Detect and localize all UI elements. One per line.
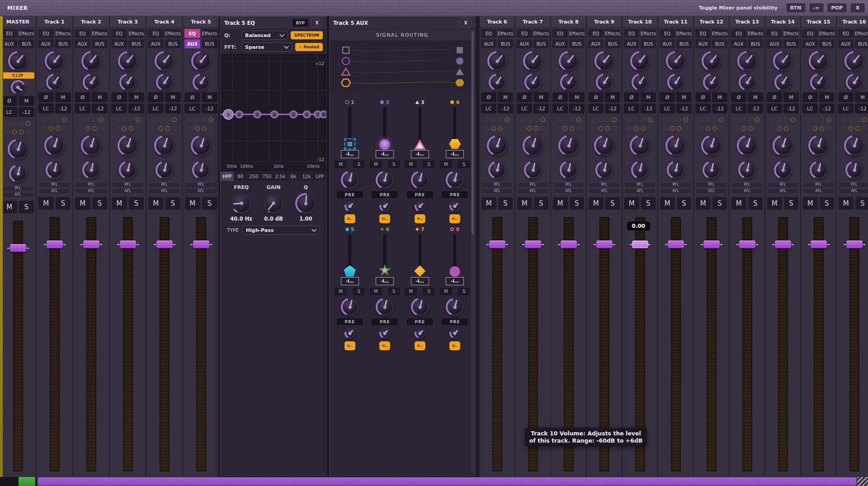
hold-button[interactable]: H…	[415, 341, 425, 350]
aux-slider-handle-pentagon[interactable]	[344, 265, 356, 277]
pad-12db-button[interactable]: -12	[605, 104, 620, 113]
width-knob[interactable]	[845, 161, 863, 179]
trim-knob[interactable]	[703, 74, 720, 91]
aux-button[interactable]: AUX	[75, 39, 90, 48]
send-led[interactable]	[85, 126, 90, 131]
solo-button[interactable]: S	[19, 201, 34, 213]
send-led[interactable]	[663, 126, 668, 131]
send-led[interactable]	[172, 126, 177, 131]
aux-button[interactable]: AUX	[148, 39, 164, 48]
send-led[interactable]	[741, 118, 746, 122]
fader-handle[interactable]	[47, 241, 63, 248]
pan-knob[interactable]	[487, 135, 508, 156]
aux-scrollbar[interactable]	[471, 30, 474, 473]
eq-button[interactable]: EQ	[111, 29, 127, 38]
trim-knob[interactable]	[524, 74, 542, 91]
width-knob[interactable]	[9, 165, 27, 183]
bus-button[interactable]: BUS	[712, 39, 727, 48]
send-led[interactable]	[541, 126, 545, 131]
afl-button[interactable]: AFL	[839, 189, 868, 194]
input-gain-knob[interactable]	[155, 51, 175, 71]
send-led[interactable]	[165, 126, 170, 131]
pfl-button[interactable]: PFL	[767, 182, 798, 188]
band-tab-hpf[interactable]: HPF	[221, 172, 234, 181]
aux-button[interactable]: AUX	[695, 39, 711, 48]
effects-button[interactable]: Effects	[605, 29, 620, 38]
pan-knob[interactable]	[44, 135, 65, 156]
send-led[interactable]	[755, 126, 760, 131]
send-led[interactable]	[62, 118, 67, 122]
hold-button[interactable]: H…	[344, 214, 355, 223]
send-led[interactable]	[26, 130, 30, 134]
fader-handle[interactable]	[10, 244, 26, 252]
solo-button[interactable]: S	[202, 197, 217, 210]
aux-level-knob[interactable]	[376, 171, 394, 189]
send-led[interactable]	[862, 126, 867, 131]
send-led[interactable]	[641, 118, 646, 122]
phase-button[interactable]: Ø	[148, 92, 164, 102]
mute-button[interactable]: M	[660, 197, 675, 210]
horizontal-scrollbar-thumb[interactable]	[38, 477, 856, 486]
trim-knob[interactable]	[739, 74, 756, 91]
fader-handle[interactable]	[811, 241, 827, 248]
pfl-button[interactable]: PFL	[660, 182, 691, 188]
input-gain-knob[interactable]	[844, 51, 864, 71]
send-led[interactable]	[49, 118, 53, 122]
send-led[interactable]	[677, 118, 681, 122]
phase-button[interactable]: Ø	[552, 92, 568, 102]
mute-button[interactable]: M	[696, 197, 711, 210]
pan-knob[interactable]	[594, 135, 615, 156]
mute-button[interactable]: M	[481, 197, 496, 210]
eq-button[interactable]: EQ	[695, 29, 711, 38]
input-gain-knob[interactable]	[594, 51, 614, 71]
send-led[interactable]	[735, 126, 739, 131]
width-knob[interactable]	[560, 161, 578, 179]
input-gain-knob[interactable]	[8, 51, 28, 71]
eq-button[interactable]: EQ	[838, 29, 854, 38]
phase-button[interactable]: Ø	[517, 92, 532, 102]
solo-button[interactable]: S	[820, 197, 835, 210]
send-led[interactable]	[129, 126, 133, 131]
aux-slider-handle-ring[interactable]	[450, 266, 460, 277]
input-gain-knob[interactable]	[81, 51, 101, 71]
send-led[interactable]	[136, 118, 140, 122]
hold-button[interactable]: H…	[379, 214, 390, 223]
low-cut-button[interactable]: LC	[552, 104, 568, 113]
phase-button[interactable]: Ø	[624, 92, 639, 102]
send-led[interactable]	[556, 118, 561, 122]
fader-track[interactable]	[778, 217, 788, 472]
low-cut-button[interactable]: LC	[1, 107, 17, 117]
aux-button[interactable]: AUX	[838, 39, 854, 48]
send-led[interactable]	[712, 126, 717, 131]
pre-fader-button[interactable]: PRE	[442, 191, 468, 198]
aux-solo-button[interactable]: S	[388, 160, 400, 168]
send-led[interactable]	[855, 118, 860, 122]
send-led[interactable]	[56, 126, 60, 131]
afl-button[interactable]: AFL	[112, 189, 144, 194]
aux-button[interactable]: AUX	[111, 39, 127, 48]
band-tab-80[interactable]: 80	[234, 172, 247, 181]
solo-button[interactable]: S	[534, 197, 549, 210]
send-led[interactable]	[541, 118, 545, 122]
eq-button[interactable]: EQ	[38, 29, 54, 38]
aux-button[interactable]: AUX	[517, 39, 532, 48]
band-tab-lpf[interactable]: LPF	[313, 172, 326, 181]
send-led[interactable]	[5, 130, 10, 134]
low-cut-button[interactable]: LC	[731, 104, 746, 113]
send-led[interactable]	[498, 118, 503, 122]
low-cut-button[interactable]: LC	[75, 104, 90, 113]
send-led[interactable]	[19, 121, 24, 126]
effects-button[interactable]: Effects	[748, 29, 763, 38]
hold-button[interactable]: H…	[449, 214, 460, 223]
width-knob[interactable]	[631, 161, 649, 179]
aux-button[interactable]: AUX	[184, 39, 200, 48]
send-led[interactable]	[527, 118, 532, 122]
send-led[interactable]	[813, 118, 817, 122]
send-led[interactable]	[570, 118, 574, 122]
send-led[interactable]	[820, 126, 824, 131]
aux-pan-knob[interactable]	[415, 201, 425, 212]
phase-button[interactable]: Ø	[184, 92, 200, 102]
send-led[interactable]	[520, 126, 525, 131]
fader-track[interactable]	[671, 217, 681, 472]
send-led[interactable]	[19, 130, 24, 134]
